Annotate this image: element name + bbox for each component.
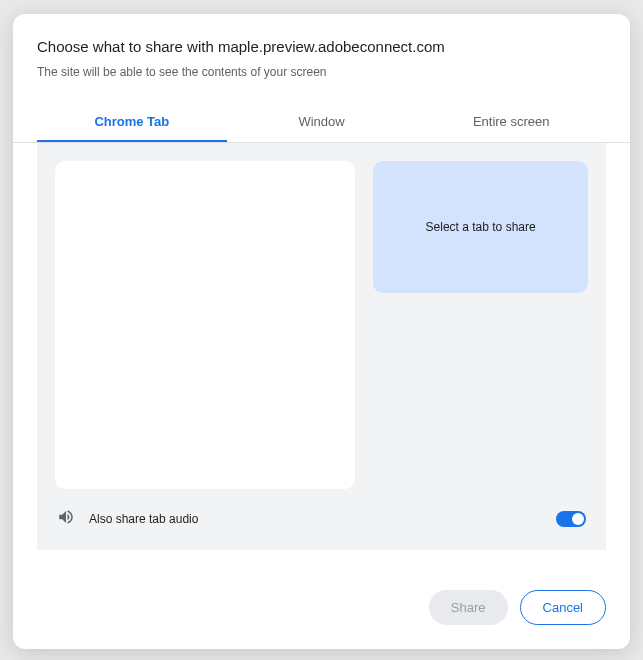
audio-share-label: Also share tab audio [89, 512, 198, 526]
audio-row: Also share tab audio [55, 493, 588, 532]
content-area: Select a tab to share Also share tab aud… [37, 143, 606, 550]
button-row: Share Cancel [13, 550, 630, 649]
panels: Select a tab to share [55, 161, 588, 489]
cancel-button[interactable]: Cancel [520, 590, 606, 625]
preview-placeholder: Select a tab to share [426, 220, 536, 234]
dialog-header: Choose what to share with maple.preview.… [13, 14, 630, 91]
share-dialog: Choose what to share with maple.preview.… [13, 14, 630, 649]
audio-toggle[interactable] [556, 511, 586, 527]
tab-entire-screen[interactable]: Entire screen [416, 103, 606, 142]
tab-window[interactable]: Window [227, 103, 417, 142]
speaker-icon [57, 508, 75, 530]
audio-left: Also share tab audio [57, 508, 198, 530]
preview-panel: Select a tab to share [373, 161, 588, 293]
tab-list-panel[interactable] [55, 161, 355, 489]
share-button: Share [429, 590, 508, 625]
dialog-title: Choose what to share with maple.preview.… [37, 38, 606, 55]
tab-bar: Chrome Tab Window Entire screen [13, 103, 630, 143]
tab-chrome-tab[interactable]: Chrome Tab [37, 103, 227, 142]
dialog-subtitle: The site will be able to see the content… [37, 65, 606, 79]
